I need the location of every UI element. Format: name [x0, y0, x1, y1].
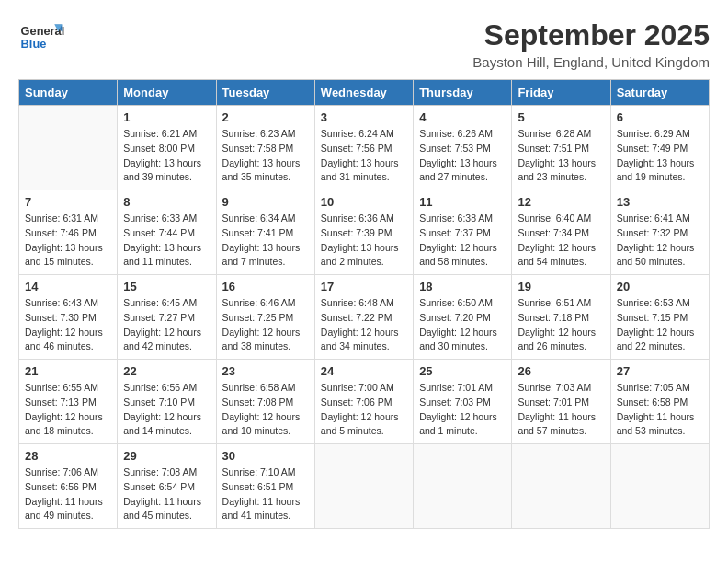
day-detail: Sunrise: 6:28 AMSunset: 7:51 PMDaylight:…	[518, 127, 604, 185]
day-number: 19	[518, 280, 604, 293]
day-detail: Sunrise: 6:58 AMSunset: 7:08 PMDaylight:…	[222, 381, 309, 439]
calendar-cell	[610, 444, 709, 529]
day-number: 9	[222, 195, 309, 209]
calendar-cell: 21Sunrise: 6:55 AMSunset: 7:13 PMDayligh…	[19, 360, 118, 444]
day-detail: Sunrise: 6:33 AMSunset: 7:44 PMDaylight:…	[123, 212, 210, 270]
calendar-header-row: SundayMondayTuesdayWednesdayThursdayFrid…	[19, 80, 710, 106]
calendar-cell: 16Sunrise: 6:46 AMSunset: 7:25 PMDayligh…	[216, 275, 314, 360]
day-number: 16	[222, 280, 309, 293]
day-number: 23	[222, 364, 309, 378]
logo: General Blue	[18, 18, 64, 55]
calendar-cell: 29Sunrise: 7:08 AMSunset: 6:54 PMDayligh…	[118, 444, 216, 529]
day-detail: Sunrise: 7:08 AMSunset: 6:54 PMDaylight:…	[123, 465, 210, 523]
calendar-cell: 7Sunrise: 6:31 AMSunset: 7:46 PMDaylight…	[19, 190, 118, 275]
page-header: General Blue September 2025 Bayston Hill…	[18, 18, 710, 70]
day-detail: Sunrise: 6:53 AMSunset: 7:15 PMDaylight:…	[617, 296, 703, 354]
calendar-cell	[512, 444, 610, 529]
calendar-table: SundayMondayTuesdayWednesdayThursdayFrid…	[18, 79, 710, 529]
header-monday: Monday	[118, 80, 216, 106]
day-detail: Sunrise: 7:06 AMSunset: 6:56 PMDaylight:…	[25, 465, 111, 523]
week-row-3: 14Sunrise: 6:43 AMSunset: 7:30 PMDayligh…	[19, 275, 710, 360]
week-row-2: 7Sunrise: 6:31 AMSunset: 7:46 PMDaylight…	[19, 190, 710, 275]
location: Bayston Hill, England, United Kingdom	[472, 54, 710, 70]
day-number: 20	[617, 280, 703, 293]
day-detail: Sunrise: 6:40 AMSunset: 7:34 PMDaylight:…	[518, 212, 604, 270]
calendar-cell: 14Sunrise: 6:43 AMSunset: 7:30 PMDayligh…	[19, 275, 118, 360]
calendar-cell: 1Sunrise: 6:21 AMSunset: 8:00 PMDaylight…	[118, 106, 216, 190]
day-detail: Sunrise: 6:55 AMSunset: 7:13 PMDaylight:…	[25, 381, 111, 439]
day-number: 14	[25, 280, 111, 293]
calendar-cell: 13Sunrise: 6:41 AMSunset: 7:32 PMDayligh…	[610, 190, 709, 275]
calendar-cell: 4Sunrise: 6:26 AMSunset: 7:53 PMDaylight…	[414, 106, 512, 190]
day-number: 5	[518, 110, 604, 124]
day-detail: Sunrise: 6:23 AMSunset: 7:58 PMDaylight:…	[222, 127, 309, 185]
day-detail: Sunrise: 7:10 AMSunset: 6:51 PMDaylight:…	[222, 465, 309, 523]
day-number: 12	[518, 195, 604, 209]
day-number: 8	[123, 195, 210, 209]
day-detail: Sunrise: 6:24 AMSunset: 7:56 PMDaylight:…	[321, 127, 407, 185]
day-detail: Sunrise: 6:21 AMSunset: 8:00 PMDaylight:…	[123, 127, 210, 185]
day-number: 25	[419, 364, 506, 378]
calendar-cell: 19Sunrise: 6:51 AMSunset: 7:18 PMDayligh…	[512, 275, 610, 360]
day-detail: Sunrise: 6:43 AMSunset: 7:30 PMDaylight:…	[25, 296, 111, 354]
calendar-cell: 23Sunrise: 6:58 AMSunset: 7:08 PMDayligh…	[216, 360, 314, 444]
day-number: 7	[25, 195, 111, 209]
day-number: 30	[222, 449, 309, 463]
calendar-cell: 11Sunrise: 6:38 AMSunset: 7:37 PMDayligh…	[414, 190, 512, 275]
day-number: 24	[321, 364, 407, 378]
day-number: 3	[321, 110, 407, 124]
day-number: 13	[617, 195, 703, 209]
calendar-cell: 12Sunrise: 6:40 AMSunset: 7:34 PMDayligh…	[512, 190, 610, 275]
day-detail: Sunrise: 6:31 AMSunset: 7:46 PMDaylight:…	[25, 212, 111, 270]
day-detail: Sunrise: 7:01 AMSunset: 7:03 PMDaylight:…	[419, 381, 506, 439]
day-number: 11	[419, 195, 506, 209]
calendar-cell: 25Sunrise: 7:01 AMSunset: 7:03 PMDayligh…	[414, 360, 512, 444]
day-number: 26	[518, 364, 604, 378]
header-tuesday: Tuesday	[216, 80, 314, 106]
day-detail: Sunrise: 7:00 AMSunset: 7:06 PMDaylight:…	[321, 381, 407, 439]
day-number: 18	[419, 280, 506, 293]
calendar-cell: 30Sunrise: 7:10 AMSunset: 6:51 PMDayligh…	[216, 444, 314, 529]
day-detail: Sunrise: 7:05 AMSunset: 6:58 PMDaylight:…	[617, 381, 703, 439]
day-number: 15	[123, 280, 210, 293]
svg-text:Blue: Blue	[21, 37, 47, 51]
day-detail: Sunrise: 7:03 AMSunset: 7:01 PMDaylight:…	[518, 381, 604, 439]
day-detail: Sunrise: 6:51 AMSunset: 7:18 PMDaylight:…	[518, 296, 604, 354]
calendar-cell: 2Sunrise: 6:23 AMSunset: 7:58 PMDaylight…	[216, 106, 314, 190]
title-block: September 2025 Bayston Hill, England, Un…	[472, 18, 710, 70]
day-detail: Sunrise: 6:56 AMSunset: 7:10 PMDaylight:…	[123, 381, 210, 439]
day-number: 21	[25, 364, 111, 378]
day-detail: Sunrise: 6:41 AMSunset: 7:32 PMDaylight:…	[617, 212, 703, 270]
day-number: 17	[321, 280, 407, 293]
day-number: 27	[617, 364, 703, 378]
day-detail: Sunrise: 6:48 AMSunset: 7:22 PMDaylight:…	[321, 296, 407, 354]
calendar-cell: 15Sunrise: 6:45 AMSunset: 7:27 PMDayligh…	[118, 275, 216, 360]
calendar-cell	[19, 106, 118, 190]
day-detail: Sunrise: 6:38 AMSunset: 7:37 PMDaylight:…	[419, 212, 506, 270]
week-row-4: 21Sunrise: 6:55 AMSunset: 7:13 PMDayligh…	[19, 360, 710, 444]
day-detail: Sunrise: 6:46 AMSunset: 7:25 PMDaylight:…	[222, 296, 309, 354]
calendar-cell: 28Sunrise: 7:06 AMSunset: 6:56 PMDayligh…	[19, 444, 118, 529]
calendar-cell	[414, 444, 512, 529]
week-row-1: 1Sunrise: 6:21 AMSunset: 8:00 PMDaylight…	[19, 106, 710, 190]
day-number: 22	[123, 364, 210, 378]
header-thursday: Thursday	[414, 80, 512, 106]
day-detail: Sunrise: 6:34 AMSunset: 7:41 PMDaylight:…	[222, 212, 309, 270]
calendar-cell: 10Sunrise: 6:36 AMSunset: 7:39 PMDayligh…	[314, 190, 413, 275]
header-friday: Friday	[512, 80, 610, 106]
day-number: 28	[25, 449, 111, 463]
calendar-cell: 18Sunrise: 6:50 AMSunset: 7:20 PMDayligh…	[414, 275, 512, 360]
logo-icon: General Blue	[18, 18, 64, 55]
day-number: 29	[123, 449, 210, 463]
day-detail: Sunrise: 6:29 AMSunset: 7:49 PMDaylight:…	[617, 127, 703, 185]
calendar-body: 1Sunrise: 6:21 AMSunset: 8:00 PMDaylight…	[19, 106, 710, 529]
calendar-cell: 8Sunrise: 6:33 AMSunset: 7:44 PMDaylight…	[118, 190, 216, 275]
calendar-cell: 5Sunrise: 6:28 AMSunset: 7:51 PMDaylight…	[512, 106, 610, 190]
header-saturday: Saturday	[610, 80, 709, 106]
calendar-cell: 9Sunrise: 6:34 AMSunset: 7:41 PMDaylight…	[216, 190, 314, 275]
month-title: September 2025	[472, 18, 710, 52]
calendar-cell: 27Sunrise: 7:05 AMSunset: 6:58 PMDayligh…	[610, 360, 709, 444]
calendar-cell	[314, 444, 413, 529]
header-sunday: Sunday	[19, 80, 118, 106]
day-detail: Sunrise: 6:36 AMSunset: 7:39 PMDaylight:…	[321, 212, 407, 270]
